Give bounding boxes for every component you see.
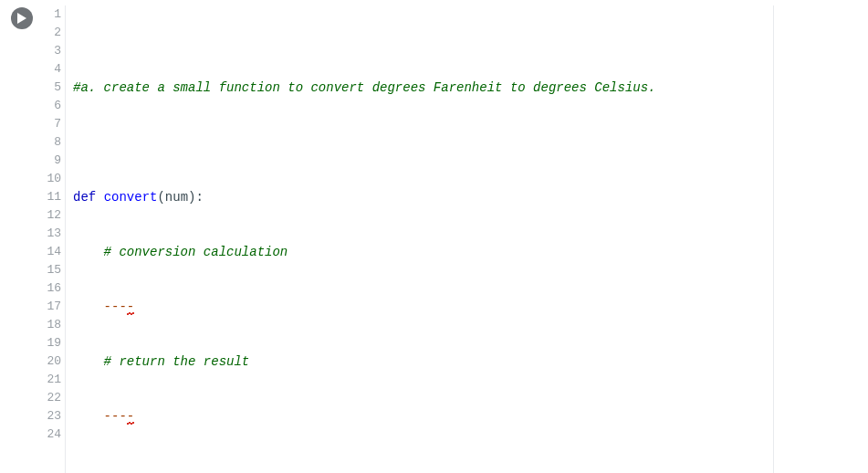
- placeholder-text: -: [127, 300, 134, 314]
- line-number: 3: [38, 42, 61, 60]
- line-number: 24: [38, 426, 61, 444]
- code-cell: 123456789101112131415161718192021222324 …: [0, 0, 868, 473]
- code-line[interactable]: [73, 462, 832, 473]
- line-number: 22: [38, 389, 61, 407]
- line-number: 1: [38, 5, 61, 24]
- params: (num):: [157, 190, 203, 205]
- code-editor[interactable]: 123456789101112131415161718192021222324 …: [38, 5, 868, 473]
- run-button-column: [5, 5, 38, 29]
- code-line[interactable]: def convert(num):: [73, 188, 832, 206]
- line-number: 7: [38, 115, 61, 133]
- line-number: 17: [38, 298, 61, 316]
- line-number: 21: [38, 371, 61, 389]
- line-number: 15: [38, 261, 61, 279]
- run-cell-button[interactable]: [11, 7, 33, 29]
- code-line[interactable]: ----: [73, 407, 832, 426]
- comment-text: #a. create a small function to convert d…: [73, 80, 656, 95]
- comment-text: # return the result: [104, 354, 250, 369]
- line-number: 10: [38, 170, 61, 188]
- line-number: 9: [38, 152, 61, 170]
- line-number-gutter: 123456789101112131415161718192021222324: [38, 5, 66, 473]
- line-number: 5: [38, 79, 61, 97]
- play-icon: [17, 13, 26, 24]
- code-line[interactable]: #a. create a small function to convert d…: [73, 79, 832, 97]
- editor-right-ruler: [773, 5, 774, 473]
- line-number: 8: [38, 133, 61, 152]
- line-number: 16: [38, 279, 61, 298]
- line-number: 6: [38, 97, 61, 115]
- line-number: 13: [38, 225, 61, 243]
- line-number: 14: [38, 243, 61, 261]
- line-number: 23: [38, 407, 61, 426]
- code-line[interactable]: # conversion calculation: [73, 243, 832, 261]
- function-name: convert: [104, 190, 158, 205]
- line-number: 12: [38, 206, 61, 225]
- line-number: 4: [38, 60, 61, 79]
- keyword-def: def: [73, 190, 96, 205]
- line-number: 2: [38, 24, 61, 42]
- line-number: 20: [38, 352, 61, 371]
- code-line[interactable]: ----: [73, 298, 832, 316]
- line-number: 11: [38, 188, 61, 206]
- placeholder-text: -: [127, 409, 134, 424]
- line-number: 19: [38, 334, 61, 352]
- line-number: 18: [38, 316, 61, 334]
- code-line[interactable]: # return the result: [73, 352, 832, 371]
- code-line[interactable]: [73, 133, 832, 152]
- comment-text: # conversion calculation: [104, 245, 288, 259]
- code-area[interactable]: #a. create a small function to convert d…: [66, 5, 832, 473]
